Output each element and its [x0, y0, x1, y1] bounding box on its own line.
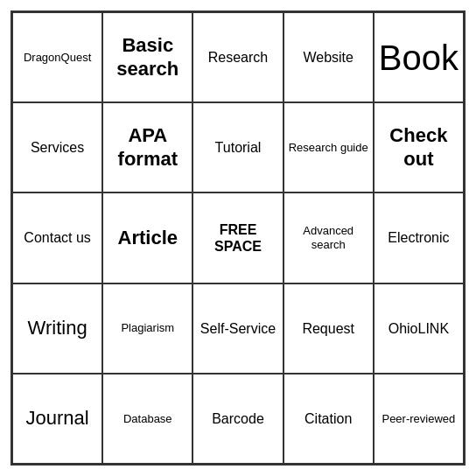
- bingo-cell-12[interactable]: FREE SPACE: [192, 192, 283, 283]
- bingo-cell-23[interactable]: Citation: [284, 374, 374, 464]
- bingo-cell-1[interactable]: Basic search: [102, 12, 192, 102]
- bingo-cell-6[interactable]: APA format: [102, 102, 192, 192]
- bingo-cell-10[interactable]: Contact us: [12, 192, 102, 283]
- bingo-cell-17[interactable]: Self-Service: [192, 284, 283, 374]
- bingo-cell-15[interactable]: Writing: [12, 284, 102, 374]
- bingo-cell-5[interactable]: Services: [12, 102, 102, 192]
- bingo-cell-3[interactable]: Website: [284, 12, 374, 102]
- bingo-cell-19[interactable]: OhioLINK: [374, 284, 464, 374]
- bingo-cell-7[interactable]: Tutorial: [192, 102, 283, 192]
- bingo-cell-11[interactable]: Article: [102, 192, 192, 283]
- bingo-cell-13[interactable]: Advanced search: [284, 192, 374, 283]
- bingo-cell-9[interactable]: Check out: [374, 102, 464, 192]
- bingo-cell-22[interactable]: Barcode: [192, 374, 283, 464]
- bingo-cell-14[interactable]: Electronic: [374, 192, 464, 283]
- bingo-cell-2[interactable]: Research: [192, 12, 283, 102]
- bingo-cell-18[interactable]: Request: [284, 284, 374, 374]
- bingo-cell-21[interactable]: Database: [102, 374, 192, 464]
- bingo-cell-20[interactable]: Journal: [12, 374, 102, 464]
- bingo-cell-4[interactable]: Book: [374, 12, 464, 102]
- bingo-cell-24[interactable]: Peer-reviewed: [374, 374, 464, 464]
- bingo-cell-16[interactable]: Plagiarism: [102, 284, 192, 374]
- bingo-card: DragonQuestBasic searchResearchWebsiteBo…: [10, 10, 466, 466]
- bingo-cell-0[interactable]: DragonQuest: [12, 12, 102, 102]
- bingo-cell-8[interactable]: Research guide: [284, 102, 374, 192]
